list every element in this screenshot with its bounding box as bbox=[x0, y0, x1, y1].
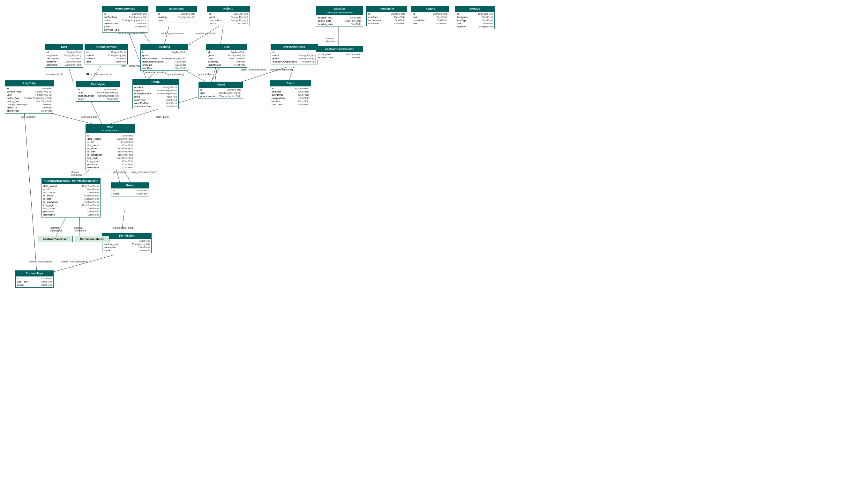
entity-bills-header: Bills bbox=[206, 44, 247, 50]
svg-line-10 bbox=[211, 66, 220, 83]
entity-user-header: User<AbstractUser> bbox=[86, 124, 135, 133]
entity-group: Group idAutoField nameCharField bbox=[111, 182, 149, 196]
label-user-permissions-user: user_permissions (user) bbox=[132, 171, 157, 173]
entity-contenttype-body: idAutoField app_labelCharField modelChar… bbox=[16, 276, 53, 287]
entity-guest: Guest idBigAutoField userOneToOneField (… bbox=[199, 82, 243, 99]
entity-task-body: idBigAutoField employeeForeignKey (id) d… bbox=[45, 50, 83, 67]
entity-eventattendees: EventAttendees id eventForeignKey (id) g… bbox=[271, 44, 318, 65]
entity-abstractuser-header: <AbstractBaseUser_PermissionsMixin> bbox=[42, 178, 100, 184]
entity-bills: Bills idBigAutoField guestForeignKey (id… bbox=[206, 44, 247, 68]
entity-room-header: Room bbox=[133, 79, 178, 85]
entity-storage-header: Storage bbox=[455, 6, 494, 12]
entity-event: Event idBigAutoField endDateDateField ev… bbox=[270, 80, 311, 107]
label-booking-dependees: booking (dependees) bbox=[161, 32, 183, 35]
entity-contenttype: ContentType idAutoField app_labelCharFie… bbox=[15, 270, 54, 288]
entity-report-header: Report bbox=[411, 6, 449, 12]
entity-contenttype-header: ContentType bbox=[16, 271, 53, 276]
entity-storage: Storage idBigAutoField itemNameCharField… bbox=[455, 6, 494, 29]
entity-user-body: idAutoField date_joinedDateTimeField ema… bbox=[86, 133, 135, 170]
entity-bills-body: idBigAutoField guestForeignKey (id) date… bbox=[206, 50, 247, 67]
entity-task: Task idBigAutoField employeeForeignKey (… bbox=[45, 44, 83, 68]
entity-announcement-header: Announcement bbox=[85, 44, 127, 50]
label-roomnumber-booking: roomnumber (booking) bbox=[143, 71, 167, 73]
entity-group-body: idAutoField nameCharField bbox=[111, 189, 149, 196]
entity-report: Report idBigAutoField dateDateField desc… bbox=[411, 6, 449, 26]
entity-booking-header: Booking bbox=[141, 44, 188, 50]
label-guest-eventattendees: guest (eventattendees) bbox=[241, 68, 266, 71]
entity-permission: Permission idAutoField content_typeForei… bbox=[102, 233, 152, 253]
simple-box-abstractbaseuser: AbstractBaseUser bbox=[38, 236, 73, 242]
entity-session-body: session_keyCharField expire_dateDateTime… bbox=[316, 15, 363, 26]
entity-room-body: numberIntegerField capacitySmallIntegerF… bbox=[133, 85, 178, 109]
entity-abstractuser: <AbstractBaseUser_PermissionsMixin> date… bbox=[42, 178, 101, 217]
svg-line-22 bbox=[24, 109, 37, 272]
label-guest-bills: guest (bills) bbox=[199, 73, 211, 76]
label-content-type-permission: content_type (permission) bbox=[60, 260, 88, 263]
entity-task-header: Task bbox=[45, 44, 83, 50]
entity-roomservices-body: idBigAutoField curBookingForeignKey (id)… bbox=[102, 12, 148, 32]
entity-guest-body: idBigAutoField userOneToOneField (id) ph… bbox=[199, 88, 243, 99]
label-abstract-inheritance-1: abstractinheritance bbox=[51, 226, 62, 232]
entity-roomservices-header: RoomServices bbox=[102, 6, 148, 12]
entity-foodmenu-header: FoodMenu bbox=[367, 6, 407, 12]
entity-dependees-header: Dependees bbox=[156, 6, 197, 12]
entity-storage-body: idBigAutoField itemNameCharField itemTyp… bbox=[455, 12, 494, 29]
entity-foodmenu-body: idBigAutoField endDateDateField menuItem… bbox=[367, 12, 407, 26]
label-abstract-user: abstractinheritance bbox=[71, 171, 83, 177]
entity-session: Session<AbstractBaseSession> session_key… bbox=[316, 6, 363, 26]
entity-guest-header: Guest bbox=[199, 82, 243, 88]
label-permissions-group: permissions (group) bbox=[113, 226, 134, 229]
entity-foodmenu: FoodMenu idBigAutoField endDateDateField… bbox=[366, 6, 407, 26]
entity-dependees: Dependees idBigAutoField bookingForeignK… bbox=[156, 6, 197, 23]
label-room-roomservices: room (roomservices) bbox=[121, 65, 143, 67]
label-user-logentry: user (logentry) bbox=[21, 115, 36, 118]
entity-refund-header: Refund bbox=[207, 6, 249, 12]
entity-abstractbasesession: AbstractBaseSession expire_dateDateTimeF… bbox=[316, 46, 363, 60]
label-user-guest: user (guest) bbox=[156, 115, 169, 118]
entity-eventattendees-body: id eventForeignKey (id) guestForeignKey … bbox=[271, 50, 318, 64]
label-user-employee: user (employee) bbox=[81, 115, 98, 118]
entity-booking-body: idBigAutoField guest roomNumberForeignKe… bbox=[141, 50, 188, 70]
entity-room: Room numberIntegerField capacitySmallInt… bbox=[132, 79, 179, 109]
label-content-type-logentry: content_type (logentry) bbox=[29, 260, 53, 263]
entity-logentry-header: LogEntry bbox=[5, 81, 54, 87]
entity-user: User<AbstractUser> idAutoField date_join… bbox=[86, 124, 135, 170]
label-event-eventattendees: event (eventattendees) bbox=[270, 68, 294, 71]
entity-abstractbasesession-header: AbstractBaseSession bbox=[316, 47, 363, 52]
svg-line-13 bbox=[91, 101, 102, 124]
svg-line-7 bbox=[69, 67, 74, 83]
simple-box-permissionsmixin: PermissionsMixin bbox=[75, 236, 110, 242]
entity-event-body: idBigAutoField endDateDateField eventTyp… bbox=[270, 87, 311, 107]
entity-booking: Booking idBigAutoField guest roomNumberF… bbox=[141, 44, 188, 71]
entity-employee-body: idBigAutoField userOneToOneField (id) ph… bbox=[76, 87, 120, 101]
entity-group-header: Group bbox=[111, 183, 149, 189]
entity-abstractbasesession-body: expire_dateDateTimeField session_dataTex… bbox=[316, 52, 363, 60]
entity-announcement-body: idBigAutoField senderForeignKey (id) con… bbox=[85, 50, 127, 64]
diagram-container: curbooking (roomservices) booking (depen… bbox=[0, 0, 868, 500]
label-reservation-refund: reservation (refund) bbox=[194, 32, 215, 35]
label-employee-task: employee (task) bbox=[46, 73, 63, 76]
entity-roomservices: RoomServices idBigAutoField curBookingFo… bbox=[102, 6, 148, 33]
entity-eventattendees-header: EventAttendees bbox=[271, 44, 318, 50]
label-abstract-inheritance-2: abstractinheritance bbox=[74, 226, 86, 232]
entity-event-header: Event bbox=[270, 81, 311, 87]
svg-line-23 bbox=[51, 255, 113, 273]
entity-report-body: idBigAutoField dateDateField description… bbox=[411, 12, 449, 26]
entity-announcement: Announcement idBigAutoField senderForeig… bbox=[85, 44, 127, 65]
entity-employee-header: Employee bbox=[76, 82, 120, 87]
entity-logentry-body: idAutoField content_typeForeignKey (id) … bbox=[5, 87, 54, 113]
entity-permission-header: Permission bbox=[102, 233, 151, 239]
entity-permission-body: idAutoField content_typeForeignKey (id) … bbox=[102, 239, 151, 253]
entity-employee: Employee idBigAutoField userOneToOneFiel… bbox=[76, 81, 120, 102]
label-guest-booking: guest (booking) bbox=[168, 73, 184, 76]
label-sender-announcement: sender (announcement) bbox=[86, 73, 112, 76]
entity-refund-body: idBigAutoField guestForeignKey (id) rese… bbox=[207, 12, 249, 26]
entity-refund: Refund idBigAutoField guestForeignKey (i… bbox=[207, 6, 250, 26]
entity-session-header: Session<AbstractBaseSession> bbox=[316, 6, 363, 15]
entity-abstractuser-body: date_joinedDateTimeField emailEmailField… bbox=[42, 184, 100, 217]
label-abstract-session: abstractinheritance bbox=[325, 37, 337, 43]
entity-dependees-body: idBigAutoField bookingForeignKey (id) na… bbox=[156, 12, 197, 23]
label-groups-user: groups (user) bbox=[113, 171, 127, 173]
entity-logentry: LogEntry idAutoField content_typeForeign… bbox=[5, 80, 54, 114]
